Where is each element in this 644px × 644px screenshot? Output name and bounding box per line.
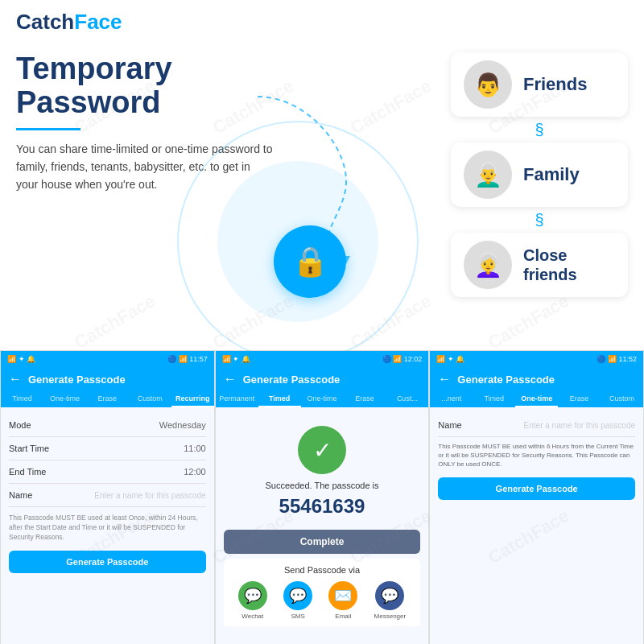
tab-permanent-3[interactable]: ...nent (430, 391, 473, 407)
form-row-mode: Mode Wednesday (9, 414, 206, 437)
tab-custom-2[interactable]: Cust... (386, 391, 428, 407)
success-circle: ✓ (298, 426, 346, 474)
connector-1: § (451, 123, 628, 136)
phone1-tabs: Timed One-time Erase Custom Recurring (1, 391, 214, 407)
phone1-generate-btn[interactable]: Generate Passcode (9, 551, 206, 573)
name-placeholder-3[interactable]: Enter a name for this passcode (524, 421, 635, 430)
wechat-icon: 💬 (238, 581, 267, 610)
share-email[interactable]: ✉️ Email (328, 581, 357, 620)
close-friends-card: 👩‍🦳 Close friends (451, 233, 628, 297)
tab-custom-1[interactable]: Custom (129, 391, 171, 407)
sms-icon: 💬 (283, 581, 312, 610)
name-placeholder[interactable]: Enter a name for this passcode (94, 491, 205, 500)
header: CatchFace (0, 0, 644, 44)
end-value: 12:00 (184, 467, 206, 477)
people-cards: 👨 Friends § 👨‍🦳 Family § 👩‍🦳 Close frien… (451, 44, 628, 342)
logo-catch: Catch (16, 10, 74, 34)
family-card: 👨‍🦳 Family (451, 142, 628, 207)
friends-avatar: 👨 (464, 60, 512, 109)
friends-card: 👨 Friends (451, 52, 628, 117)
share-icons: 💬 Wechat 💬 SMS ✉️ Email 💬 Messenger (230, 581, 415, 620)
mode-label: Mode (9, 420, 31, 430)
mode-value: Wednesday (159, 420, 206, 430)
phone3-back[interactable]: ← (438, 372, 451, 386)
phone1-back[interactable]: ← (9, 372, 22, 386)
lock-icon-circle: 🔒 (274, 225, 346, 298)
connector-2: § (451, 213, 628, 226)
lock-icon: 🔒 (292, 245, 328, 279)
left-section: TemporaryPassword You can share time-lim… (16, 44, 435, 342)
name-label: Name (9, 490, 32, 500)
tab-timed-3[interactable]: Timed (473, 391, 515, 407)
email-icon: ✉️ (328, 581, 357, 610)
phone3-status-right: 🔵 📶 11:52 (597, 355, 637, 363)
phone3-body: Name Enter a name for this passcode This… (430, 407, 643, 644)
phone1-header: ← Generate Passcode (1, 367, 214, 391)
phone2-body: ✓ Succeeded. The passcode is 55461639 Co… (216, 407, 429, 644)
description: You can share time-limited or one-time p… (16, 140, 274, 194)
phone3-title: Generate Passcode (457, 374, 555, 386)
friends-name: Friends (523, 74, 587, 95)
success-text: Succeeded. The passcode is (224, 481, 421, 490)
phone-onetime: 📶 ✦ 🔔 🔵 📶 11:52 ← Generate Passcode ...n… (429, 350, 644, 644)
phone1-status-bar: 📶 ✦ 🔔 🔵 📶 11:57 (1, 351, 214, 367)
phone-recurring: 📶 ✦ 🔔 🔵 📶 11:57 ← Generate Passcode Time… (0, 350, 215, 644)
title-underline (16, 128, 80, 130)
phone1-note: This Passcode MUST BE used at least Once… (9, 514, 206, 543)
phone1-title: Generate Passcode (28, 374, 126, 386)
complete-button[interactable]: Complete (224, 530, 421, 554)
family-name: Family (523, 164, 580, 185)
tab-custom-3[interactable]: Custom (601, 391, 643, 407)
phone2-status-left: 📶 ✦ 🔔 (222, 355, 250, 363)
phone3-status-bar: 📶 ✦ 🔔 🔵 📶 11:52 (430, 351, 643, 367)
name-label-3: Name (438, 420, 461, 430)
share-title: Send Passcode via (230, 565, 415, 575)
tab-erase-1[interactable]: Erase (86, 391, 129, 407)
logo-face: Face (74, 10, 122, 34)
logo: CatchFace (16, 10, 122, 35)
phone3-status-left: 📶 ✦ 🔔 (436, 355, 464, 363)
phone3-tabs: ...nent Timed One-time Erase Custom (430, 391, 643, 407)
tab-erase-3[interactable]: Erase (558, 391, 601, 407)
tab-timed-2[interactable]: Timed (258, 391, 301, 407)
share-sms[interactable]: 💬 SMS (283, 581, 312, 620)
tab-onetime-3[interactable]: One-time (515, 391, 558, 407)
messenger-label: Messenger (374, 613, 407, 620)
tab-recurring[interactable]: Recurring (171, 391, 214, 407)
phone2-header: ← Generate Passcode (216, 367, 429, 391)
phone3-header: ← Generate Passcode (430, 367, 643, 391)
start-value: 11:00 (184, 444, 206, 453)
form-row-end: End Time 12:00 (9, 460, 206, 484)
phones-section: 📶 ✦ 🔔 🔵 📶 11:57 ← Generate Passcode Time… (0, 350, 644, 644)
share-messenger[interactable]: 💬 Messenger (374, 581, 407, 620)
wechat-label: Wechat (242, 613, 263, 620)
form-row-name3: Name Enter a name for this passcode (438, 414, 635, 437)
share-wechat[interactable]: 💬 Wechat (238, 581, 267, 620)
email-label: Email (335, 613, 351, 620)
end-label: End Time (9, 467, 46, 477)
main-content: TemporaryPassword You can share time-lim… (0, 44, 644, 342)
phone2-status-right: 🔵 📶 12:02 (382, 355, 423, 363)
phone2-tabs: Permanent Timed One-time Erase Cust... (216, 391, 429, 407)
share-section: Send Passcode via 💬 Wechat 💬 SMS ✉️ Emai… (224, 559, 421, 626)
sms-label: SMS (291, 613, 304, 620)
phone-success: 📶 ✦ 🔔 🔵 📶 12:02 ← Generate Passcode Perm… (215, 350, 430, 644)
phone2-status-bar: 📶 ✦ 🔔 🔵 📶 12:02 (216, 351, 429, 367)
phone1-body: Mode Wednesday Start Time 11:00 End Time… (1, 407, 214, 644)
tab-onetime-2[interactable]: One-time (301, 391, 344, 407)
tab-erase-2[interactable]: Erase (343, 391, 386, 407)
family-avatar: 👨‍🦳 (464, 151, 512, 199)
tab-onetime-1[interactable]: One-time (43, 391, 86, 407)
close-friends-avatar: 👩‍🦳 (464, 241, 512, 289)
phone2-back[interactable]: ← (224, 372, 237, 386)
messenger-icon: 💬 (375, 581, 404, 610)
phone1-status-left: 📶 ✦ 🔔 (7, 355, 35, 363)
phone1-status-right: 🔵 📶 11:57 (167, 355, 208, 363)
tab-timed-1[interactable]: Timed (1, 391, 43, 407)
page-title: TemporaryPassword (16, 52, 435, 120)
phone3-generate-btn[interactable]: Generate Passcode (438, 477, 635, 500)
passcode-number: 55461639 (224, 495, 421, 518)
tab-permanent-2[interactable]: Permanent (216, 391, 258, 407)
phone2-title: Generate Passcode (243, 374, 341, 386)
start-label: Start Time (9, 444, 49, 453)
